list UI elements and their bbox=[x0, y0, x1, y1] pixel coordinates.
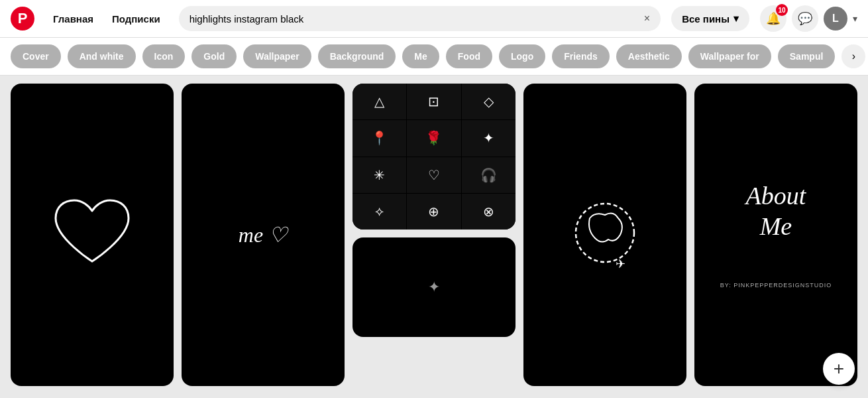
grid-cell-10: ⟡ bbox=[353, 194, 406, 230]
pin-globe[interactable]: ✈ bbox=[523, 84, 686, 386]
search-input[interactable] bbox=[190, 13, 639, 25]
grid-cell-3: ◇ bbox=[462, 84, 515, 119]
nav-links: Главная Подписки bbox=[45, 8, 168, 30]
filter-button[interactable]: Все пины ▾ bbox=[671, 6, 749, 31]
tag-sampul[interactable]: Sampul bbox=[778, 44, 836, 68]
grid-cell-7: ✳ bbox=[353, 157, 406, 193]
tag-me[interactable]: Me bbox=[402, 44, 439, 68]
pin-sparkle[interactable]: ✦ bbox=[353, 237, 515, 337]
tag-logo[interactable]: Logo bbox=[499, 44, 545, 68]
me-cursive-text: me ♡ bbox=[239, 222, 288, 247]
tag-icon[interactable]: Icon bbox=[142, 44, 186, 68]
sparkle-icon: ✦ bbox=[428, 279, 440, 296]
notification-badge: 10 bbox=[776, 4, 788, 16]
about-me-byline: BY: PINKPEPPERDESIGNSTUDIO bbox=[720, 282, 832, 289]
clear-search-icon[interactable]: × bbox=[644, 13, 650, 25]
pin-column-3: △ ⊡ ◇ 📍 🌹 ✦ ✳ ♡ 🎧 ⟡ ⊕ ⊗ ✦ bbox=[353, 84, 515, 386]
tag-friends[interactable]: Friends bbox=[552, 44, 610, 68]
tag-wallpaper-for[interactable]: Wallpaper for bbox=[688, 44, 771, 68]
grid-cell-11: ⊕ bbox=[407, 194, 461, 230]
about-me-title: AboutMe bbox=[720, 181, 832, 241]
main-content: me ♡ △ ⊡ ◇ 📍 🌹 ✦ ✳ ♡ 🎧 ⟡ ⊕ ⊗ ✦ bbox=[0, 76, 868, 394]
grid-cell-9: 🎧 bbox=[462, 157, 515, 193]
grid-cell-4: 📍 bbox=[353, 120, 406, 156]
tags-scroll-right[interactable]: › bbox=[841, 44, 865, 68]
svg-point-0 bbox=[576, 204, 634, 262]
grid-cell-2: ⊡ bbox=[407, 84, 461, 119]
pin-me-text[interactable]: me ♡ bbox=[182, 84, 345, 386]
notifications-button[interactable]: 🔔 10 bbox=[760, 5, 787, 32]
about-me-content: AboutMe BY: PINKPEPPERDESIGNSTUDIO bbox=[720, 181, 832, 288]
pin-heart[interactable] bbox=[11, 84, 174, 386]
heart-svg-icon bbox=[49, 195, 135, 275]
grid-cell-6: ✦ bbox=[462, 120, 515, 156]
pin-column-2: me ♡ bbox=[182, 84, 345, 386]
pinterest-logo[interactable]: P bbox=[11, 7, 34, 31]
filter-label: Все пины bbox=[682, 13, 730, 25]
user-avatar[interactable]: L bbox=[824, 7, 847, 31]
globe-svg-icon: ✈ bbox=[562, 192, 648, 278]
tag-wallpaper[interactable]: Wallpaper bbox=[243, 44, 311, 68]
pin-about-me[interactable]: AboutMe BY: PINKPEPPERDESIGNSTUDIO bbox=[694, 84, 857, 386]
tag-aesthetic[interactable]: Aesthetic bbox=[616, 44, 682, 68]
profile-chevron-icon[interactable]: ▾ bbox=[853, 13, 857, 24]
tag-gold[interactable]: Gold bbox=[191, 44, 237, 68]
tag-and-white[interactable]: And white bbox=[68, 44, 136, 68]
messages-button[interactable]: 💬 bbox=[792, 5, 818, 32]
tag-background[interactable]: Background bbox=[318, 44, 396, 68]
fab-add-button[interactable]: + bbox=[823, 353, 855, 385]
pin-icon-grid[interactable]: △ ⊡ ◇ 📍 🌹 ✦ ✳ ♡ 🎧 ⟡ ⊕ ⊗ bbox=[353, 84, 515, 230]
grid-cell-1: △ bbox=[353, 84, 406, 119]
nav-home[interactable]: Главная bbox=[45, 8, 101, 30]
header: P Главная Подписки × Все пины ▾ 🔔 10 💬 L… bbox=[0, 0, 868, 38]
grid-cell-8: ♡ bbox=[407, 157, 461, 193]
svg-text:✈: ✈ bbox=[616, 257, 625, 271]
tag-food[interactable]: Food bbox=[446, 44, 492, 68]
grid-cell-12: ⊗ bbox=[462, 194, 515, 230]
nav-subscriptions[interactable]: Подписки bbox=[104, 8, 168, 30]
pin-column-1 bbox=[11, 84, 174, 386]
tag-cover[interactable]: Cover bbox=[11, 44, 61, 68]
search-bar: × bbox=[179, 6, 661, 31]
pin-column-5: AboutMe BY: PINKPEPPERDESIGNSTUDIO bbox=[694, 84, 857, 386]
pin-column-4: ✈ bbox=[523, 84, 686, 386]
icon-grid-layout: △ ⊡ ◇ 📍 🌹 ✦ ✳ ♡ 🎧 ⟡ ⊕ ⊗ bbox=[353, 84, 515, 230]
tags-row: Cover And white Icon Gold Wallpaper Back… bbox=[0, 38, 868, 76]
header-icons: 🔔 10 💬 L ▾ bbox=[760, 5, 857, 32]
chevron-down-icon: ▾ bbox=[733, 13, 739, 25]
grid-cell-5: 🌹 bbox=[407, 120, 461, 156]
